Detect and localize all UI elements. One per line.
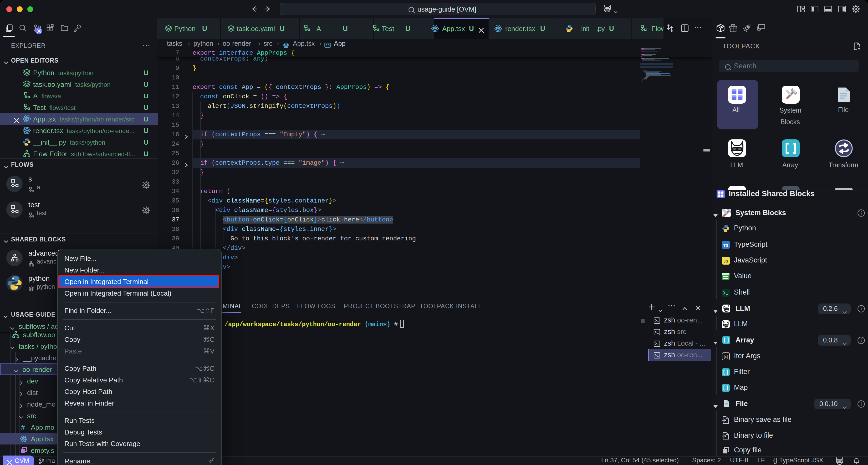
svg-text:JS: JS	[723, 259, 728, 263]
svg-text:TS: TS	[723, 243, 728, 247]
svg-text:[x]: [x]	[724, 354, 728, 358]
